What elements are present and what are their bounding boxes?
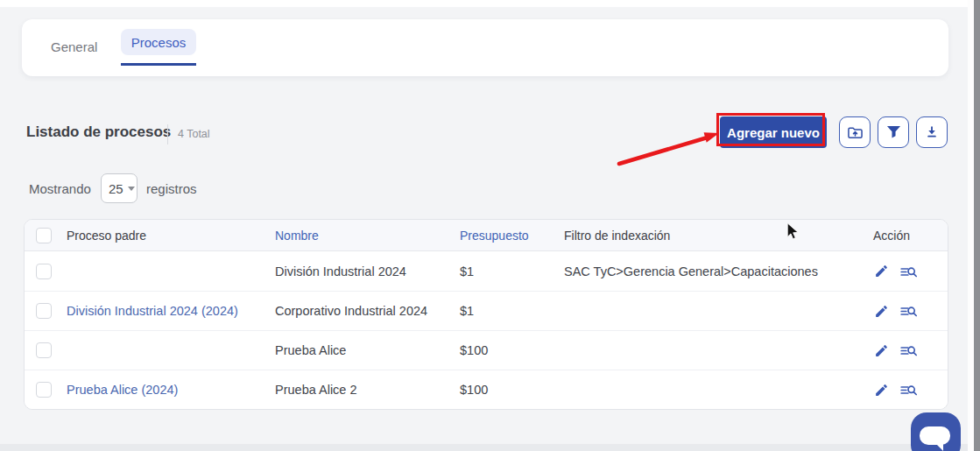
page-size-value: 25 [109, 181, 123, 196]
chat-widget-button[interactable] [911, 412, 961, 451]
filter-icon [886, 125, 901, 139]
showing-label-prefix: Mostrando [29, 181, 91, 196]
view-details-button[interactable] [900, 303, 918, 319]
header-proceso-padre: Proceso padre [65, 229, 273, 243]
row-checkbox[interactable] [36, 264, 52, 279]
showing-label-suffix: registros [146, 181, 197, 196]
view-details-button[interactable] [900, 264, 918, 279]
table-row: División Industrial 2024 $1 SAC TyC>Gere… [25, 251, 948, 291]
page-size-select[interactable]: 25 [101, 173, 137, 203]
header-accion: Acción [871, 229, 948, 243]
edit-button[interactable] [874, 264, 889, 278]
header-presupuesto[interactable]: Presupuesto [458, 229, 562, 243]
top-strip [0, 0, 980, 7]
parent-process-link[interactable]: División Industrial 2024 (2024) [65, 304, 273, 318]
edit-button[interactable] [874, 343, 889, 358]
edit-pencil-icon [874, 264, 889, 278]
search-list-icon [900, 342, 918, 358]
budget-cell: $1 [458, 304, 562, 318]
name-cell: División Industrial 2024 [273, 264, 458, 278]
budget-cell: $1 [458, 264, 562, 278]
chat-bubble-icon [920, 426, 950, 445]
chat-bubble-tail [936, 444, 943, 451]
budget-cell: $100 [458, 343, 562, 357]
search-list-icon [900, 264, 918, 279]
index-filter-cell: SAC TyC>Gerencia General>Capacitaciones [562, 264, 871, 278]
filter-button[interactable] [878, 116, 909, 148]
procesos-page: General Procesos Listado de procesos 4 T… [0, 0, 980, 451]
header-nombre[interactable]: Nombre [273, 229, 458, 243]
import-folder-button[interactable] [839, 116, 871, 148]
tab-procesos[interactable]: Procesos [121, 29, 196, 55]
row-checkbox[interactable] [36, 342, 52, 358]
parent-process-link[interactable]: Prueba Alice (2024) [65, 383, 273, 397]
page-title: Listado de procesos [26, 123, 171, 141]
table-row: Prueba Alice (2024) Prueba Alice 2 $100 [25, 370, 948, 409]
total-count-badge: 4 Total [178, 128, 210, 140]
header-filtro: Filtro de indexación [562, 229, 871, 243]
download-icon [925, 125, 939, 139]
table-row: División Industrial 2024 (2024) Corporat… [25, 291, 948, 330]
name-cell: Prueba Alice 2 [273, 383, 458, 397]
row-checkbox[interactable] [36, 303, 52, 319]
name-cell: Corporativo Industrial 2024 [273, 304, 458, 318]
search-list-icon [900, 303, 918, 319]
table-header-row: Proceso padre Nombre Presupuesto Filtro … [25, 220, 948, 251]
budget-cell: $100 [458, 383, 562, 397]
edit-pencil-icon [874, 343, 889, 358]
annotation-arrow [613, 124, 723, 170]
title-divider [167, 124, 168, 144]
active-tab-underline [121, 63, 196, 66]
search-list-icon [900, 382, 918, 398]
export-download-button[interactable] [916, 116, 948, 148]
name-cell: Prueba Alice [273, 343, 458, 357]
row-checkbox[interactable] [36, 382, 52, 398]
table-row: Prueba Alice $100 [25, 330, 948, 370]
edit-pencil-icon [874, 304, 889, 319]
view-details-button[interactable] [900, 382, 918, 398]
edit-button[interactable] [874, 383, 889, 398]
add-new-button[interactable]: Agregar nuevo [720, 116, 827, 148]
tab-general[interactable]: General [51, 19, 97, 74]
process-table: Proceso padre Nombre Presupuesto Filtro … [24, 219, 948, 410]
chevron-down-icon [128, 187, 135, 191]
view-details-button[interactable] [900, 342, 918, 358]
bottom-strip [0, 444, 980, 451]
edit-button[interactable] [874, 304, 889, 319]
tabs-card: General Procesos [22, 19, 948, 76]
edit-pencil-icon [874, 383, 889, 398]
scrollbar-thumb[interactable] [974, 0, 980, 451]
folder-upload-icon [847, 125, 864, 140]
select-all-checkbox[interactable] [36, 228, 52, 243]
